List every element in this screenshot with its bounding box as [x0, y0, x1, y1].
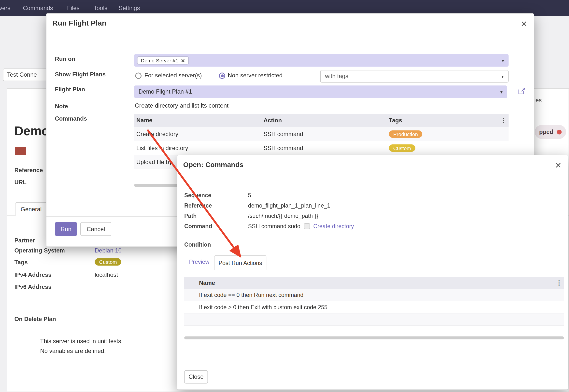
table-row[interactable]: If exit code > 0 then Exit with custom e… [184, 301, 564, 314]
tag-badge-custom: Custom [95, 258, 121, 266]
checkbox[interactable] [304, 223, 310, 229]
screenshot-root: vers Commands Files Tools Settings Test … [0, 0, 569, 392]
chip-remove-icon[interactable]: ✕ [181, 58, 185, 63]
menu-item-settings[interactable]: Settings [119, 5, 140, 12]
table-row[interactable]: Create directory SSH command Production [134, 127, 509, 141]
server-color-swatch [15, 147, 26, 155]
header-divider [177, 176, 568, 176]
kebab-icon[interactable]: ⋮ [554, 279, 564, 287]
sequence-label: Sequence [184, 192, 211, 199]
command-value: SSH command sudo [248, 223, 300, 229]
operating-system-value[interactable]: Debian 10 [95, 247, 122, 254]
on-delete-plan-label: On Delete Plan [14, 316, 56, 322]
field-value-divider [245, 191, 245, 233]
condition-label: Condition [184, 241, 211, 248]
show-flight-plans-label: Show Flight Plans [55, 71, 106, 78]
flight-plan-label: Flight Plan [55, 86, 85, 93]
menu-item-files[interactable]: Files [67, 5, 80, 12]
pane-divider [130, 194, 130, 217]
with-tags-value: with tags [325, 73, 348, 80]
close-icon[interactable]: × [555, 160, 561, 171]
close-icon[interactable]: × [521, 19, 527, 29]
reference-value: demo_flight_plan_1_plan_line_1 [248, 202, 330, 209]
command-label: Command [184, 223, 212, 230]
commands-label: Commands [55, 115, 87, 122]
flight-plan-select[interactable]: Demo Flight Plan #1 ▾ [134, 85, 507, 98]
table-row[interactable]: List files in directory SSH command Cust… [134, 141, 509, 155]
menu-item-servers[interactable]: vers [0, 5, 10, 12]
horizontal-scrollbar[interactable] [184, 336, 564, 339]
command-value-row: SSH command sudoCreate directory [248, 223, 354, 230]
status-dot-icon [557, 129, 562, 134]
post-run-actions-table: Name ⋮ If exit code == 0 then Run next c… [184, 277, 564, 326]
path-label: Path [184, 213, 197, 219]
operating-system-label: Operating System [14, 247, 65, 254]
table-row[interactable]: If exit code == 0 then Run next command [184, 289, 564, 302]
radio-selected-dot [221, 74, 224, 77]
row-action: SSH command [261, 131, 387, 137]
table-row-empty [184, 314, 564, 326]
chevron-down-icon[interactable]: ▾ [500, 89, 503, 95]
row-name: List files in directory [134, 145, 261, 151]
url-label: URL [14, 179, 27, 186]
tag-badge: Production [389, 130, 422, 138]
note-label: Note [55, 103, 68, 110]
dialog-title: Run Flight Plan [52, 19, 106, 28]
run-on-select[interactable]: Demo Server #1 ✕ ▾ [134, 54, 509, 67]
row-action: SSH command [261, 145, 387, 151]
run-button[interactable]: Run [55, 222, 77, 236]
radio-for-selected-servers-label[interactable]: For selected server(s) [144, 72, 202, 79]
reference-label: Reference [14, 167, 43, 174]
status-badge-stopped: pped [535, 125, 566, 139]
reference-label: Reference [184, 202, 212, 209]
col-action-header: Action [261, 117, 387, 124]
tab-post-run-actions[interactable]: Post Run Actions [214, 255, 267, 270]
with-tags-select[interactable]: with tags ▾ [320, 70, 509, 83]
row-name: Create directory [134, 131, 261, 137]
radio-non-server-restricted[interactable] [219, 73, 225, 79]
menu-item-tools[interactable]: Tools [94, 5, 107, 12]
server-note-line1: This server is used in unit tests. [40, 338, 123, 345]
statusbar-partial-text: es [536, 97, 542, 104]
screenshot-viewport: vers Commands Files Tools Settings Test … [0, 0, 569, 392]
row-name: If exit code == 0 then Run next command [199, 292, 554, 298]
col-tags-header: Tags [387, 117, 498, 124]
create-directory-link[interactable]: Create directory [313, 223, 354, 229]
chevron-down-icon[interactable]: ▾ [502, 58, 504, 63]
dialog-title: Open: Commands [183, 161, 243, 169]
table-header-row: Name ⋮ [184, 277, 564, 289]
cancel-button[interactable]: Cancel [80, 222, 111, 236]
server-note-line2: No variables are defined. [40, 348, 106, 354]
radio-non-server-restricted-label[interactable]: Non server restricted [228, 72, 283, 79]
row-name: If exit code > 0 then Exit with custom e… [199, 304, 554, 311]
tags-label: Tags [14, 259, 28, 266]
sequence-value: 5 [248, 192, 251, 199]
col-name-header: Name [199, 280, 554, 286]
col-name-header: Name [134, 117, 261, 124]
run-on-label: Run on [55, 56, 75, 62]
ipv4-label: IPv4 Address [14, 272, 52, 278]
external-link-icon[interactable] [517, 87, 526, 96]
menu-item-commands[interactable]: Commands [23, 5, 53, 12]
server-title: Demo [14, 124, 49, 138]
server-chip-label: Demo Server #1 [141, 57, 178, 63]
plan-summary-text: Create directory and list its content [135, 102, 228, 109]
server-chip[interactable]: Demo Server #1 ✕ [137, 56, 189, 65]
radio-for-selected-servers[interactable] [135, 73, 142, 79]
chevron-down-icon[interactable]: ▾ [501, 73, 504, 79]
kebab-icon[interactable]: ⋮ [498, 116, 509, 124]
condition-value-divider [245, 240, 245, 251]
field-column-divider [89, 236, 89, 331]
partner-label: Partner [14, 237, 35, 244]
table-header-row: Name Action Tags ⋮ [134, 114, 509, 127]
ipv6-label: IPv6 Address [14, 284, 52, 290]
tag-badge: Custom [389, 144, 415, 152]
ipv4-value: localhost [95, 272, 118, 278]
open-commands-dialog: Open: Commands × Sequence Reference Path… [177, 155, 568, 390]
tab-preview[interactable]: Preview [189, 259, 210, 265]
status-badge-label: pped [539, 129, 553, 135]
close-button[interactable]: Close [184, 370, 208, 384]
path-value: /such/much/{{ demo_path }} [248, 213, 318, 219]
flight-plan-value: Demo Flight Plan #1 [139, 88, 192, 95]
